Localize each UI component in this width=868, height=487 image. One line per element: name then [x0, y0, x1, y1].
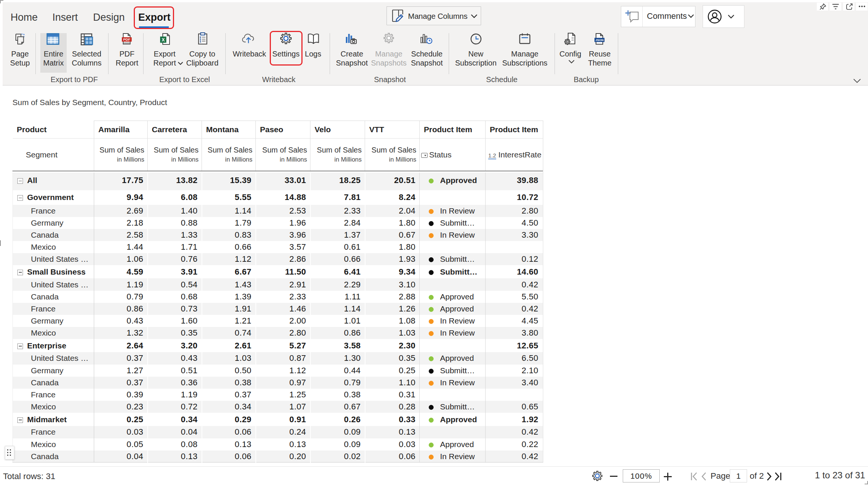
svg-text:JSON: JSON — [595, 38, 604, 42]
svg-text:X: X — [162, 37, 165, 43]
svg-text:PDF: PDF — [123, 37, 130, 41]
